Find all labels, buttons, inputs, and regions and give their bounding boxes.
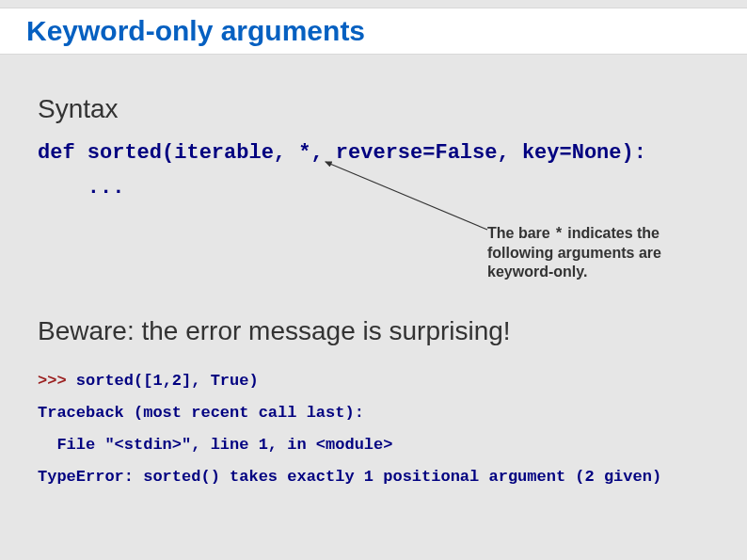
title-bar: Keyword-only arguments [0,8,747,55]
repl-prompt: >>> [38,372,76,390]
annotation-pre: The bare [487,225,554,241]
slide-title: Keyword-only arguments [26,15,365,47]
annotation-text: The bare * indicates the following argum… [487,224,718,281]
repl-out-1: Traceback (most recent call last): [38,404,364,422]
star-icon: * [554,226,564,243]
syntax-code-block: def sorted(iterable, *, reverse=False, k… [38,136,646,206]
beware-heading: Beware: the error message is surprising! [38,316,511,346]
syntax-heading: Syntax [38,94,119,124]
code-line-2: ... [38,176,124,200]
repl-input: sorted([1,2], True) [76,372,259,390]
repl-transcript: >>> sorted([1,2], True) Traceback (most … [38,365,661,493]
repl-out-3: TypeError: sorted() takes exactly 1 posi… [38,468,661,486]
repl-out-2: File "<stdin>", line 1, in <module> [38,436,392,454]
code-line-1: def sorted(iterable, *, reverse=False, k… [38,141,646,165]
